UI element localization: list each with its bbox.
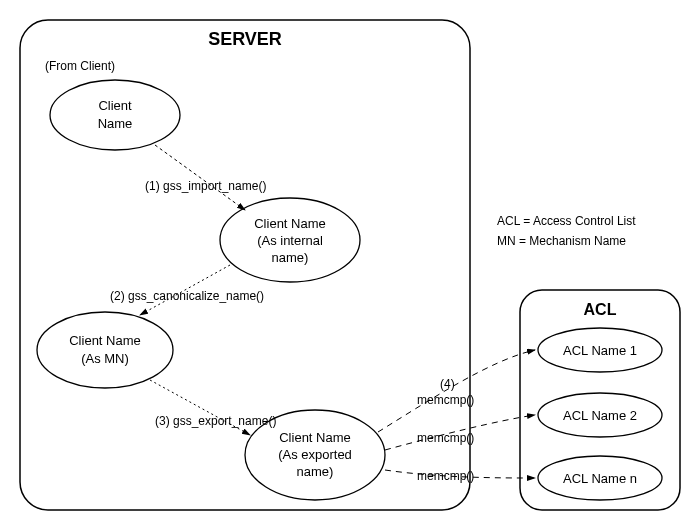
memcmp-label-n: memcmp(): [417, 469, 474, 483]
node-internal-line3: name): [272, 250, 309, 265]
node-exported-line1: Client Name: [279, 430, 351, 445]
node-internal-line2: (As internal: [257, 233, 323, 248]
legend-acl: ACL = Access Control List: [497, 214, 636, 228]
node-mn-line1: Client Name: [69, 333, 141, 348]
acl-item-1-label: ACL Name 1: [563, 343, 637, 358]
node-exported-line2: (As exported: [278, 447, 352, 462]
node-internal-line1: Client Name: [254, 216, 326, 231]
acl-title: ACL: [584, 301, 617, 318]
node-client-name-line1: Client: [98, 98, 132, 113]
server-title: SERVER: [208, 29, 282, 49]
arrow-step1: [155, 145, 245, 210]
step1-label: (1) gss_import_name(): [145, 179, 266, 193]
node-mn-name: [37, 312, 173, 388]
step2-label: (2) gss_canonicalize_name(): [110, 289, 264, 303]
step3-label: (3) gss_export_name(): [155, 414, 276, 428]
node-client-name: [50, 80, 180, 150]
legend-mn: MN = Mechanism Name: [497, 234, 626, 248]
node-client-name-line2: Name: [98, 116, 133, 131]
node-exported-line3: name): [297, 464, 334, 479]
memcmp-number: (4): [440, 377, 455, 391]
node-mn-line2: (As MN): [81, 351, 129, 366]
acl-item-2-label: ACL Name 2: [563, 408, 637, 423]
acl-item-n-label: ACL Name n: [563, 471, 637, 486]
memcmp-label-1: memcmp(): [417, 393, 474, 407]
memcmp-label-2: memcmp(): [417, 431, 474, 445]
server-box: [20, 20, 470, 510]
diagram-svg: SERVER (From Client) Client Name (1) gss…: [0, 0, 697, 525]
from-client-label: (From Client): [45, 59, 115, 73]
arrow-memcmp-1: [378, 350, 535, 432]
